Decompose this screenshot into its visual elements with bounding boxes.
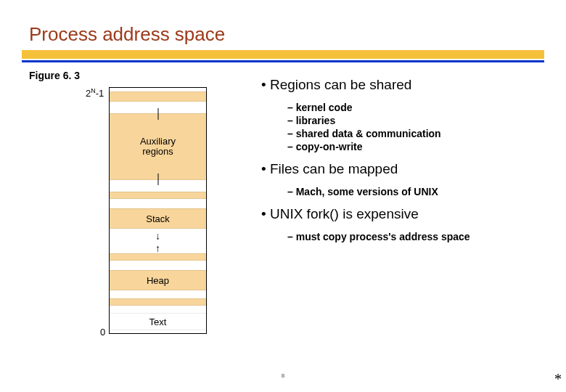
arrow-down-icon: ↓ bbox=[155, 231, 160, 241]
sub-bullet-item: shared data & communication bbox=[287, 128, 537, 139]
bullet-item: Regions can be shared bbox=[261, 77, 537, 93]
bullet-item: Files can be mapped bbox=[261, 161, 537, 177]
address-space-diagram: Auxiliary regions Stack ↓ ↑ Heap Text bbox=[109, 87, 207, 334]
region-auxiliary: Auxiliary regions bbox=[110, 113, 206, 180]
gap-marker-icon bbox=[157, 108, 158, 120]
bullet-list: Regions can be shared bbox=[261, 77, 537, 93]
footer-star-icon: * bbox=[554, 371, 562, 388]
sub-bullet-item: libraries bbox=[287, 115, 537, 126]
page-number: 8 bbox=[282, 372, 284, 379]
region-band bbox=[110, 298, 206, 306]
figure-label: Figure 6. 3 bbox=[29, 70, 247, 81]
region-auxiliary-label: Auxiliary regions bbox=[140, 136, 176, 156]
region-heap: Heap bbox=[110, 270, 206, 290]
region-stack-label: Stack bbox=[146, 213, 170, 224]
page-title: Process address space bbox=[29, 23, 537, 46]
region-band bbox=[110, 253, 206, 261]
region-text: Text bbox=[110, 313, 206, 330]
sub-bullet-item: must copy process's address space bbox=[287, 231, 537, 242]
sub-bullet-item: Mach, some versions of UNIX bbox=[287, 186, 537, 197]
bullet-item: UNIX fork() is expensive bbox=[261, 206, 537, 222]
rule-yellow bbox=[22, 50, 544, 59]
sub-bullet-item: copy-on-write bbox=[287, 141, 537, 152]
figure-panel: Figure 6. 3 2N-1 Auxiliary regions Stack… bbox=[29, 70, 247, 251]
sub-bullet-list: must copy process's address space bbox=[287, 231, 537, 242]
content-row: Figure 6. 3 2N-1 Auxiliary regions Stack… bbox=[29, 70, 537, 251]
gap-marker-icon bbox=[157, 173, 158, 185]
axis-bottom-label: 0 bbox=[100, 327, 105, 338]
bullet-list: UNIX fork() is expensive bbox=[261, 206, 537, 222]
sub-bullet-item: kernel code bbox=[287, 102, 537, 113]
bullet-list: Files can be mapped bbox=[261, 161, 537, 177]
axis-suffix: -1 bbox=[96, 88, 104, 99]
sub-bullet-list: Mach, some versions of UNIX bbox=[287, 186, 537, 197]
axis-top-label: 2N-1 bbox=[86, 87, 104, 99]
region-band bbox=[110, 91, 206, 102]
rule-blue bbox=[22, 60, 544, 62]
region-text-label: Text bbox=[149, 317, 167, 327]
title-rule bbox=[22, 50, 544, 62]
sub-bullet-list: kernel code libraries shared data & comm… bbox=[287, 102, 537, 152]
arrow-up-icon: ↑ bbox=[155, 243, 160, 253]
region-stack: Stack bbox=[110, 208, 206, 229]
region-heap-label: Heap bbox=[147, 275, 169, 286]
bullet-panel: Regions can be shared kernel code librar… bbox=[261, 70, 537, 251]
slide: Process address space Figure 6. 3 2N-1 A… bbox=[0, 0, 566, 392]
region-band bbox=[110, 192, 206, 199]
